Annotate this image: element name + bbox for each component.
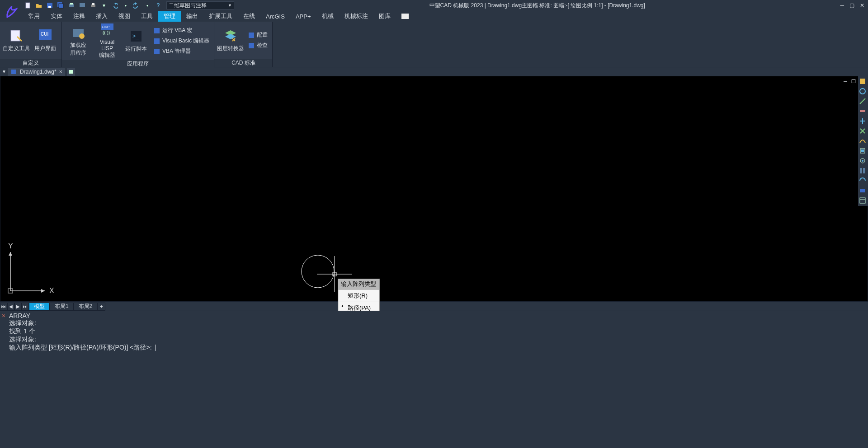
command-history-line: 选择对象: — [9, 319, 866, 327]
rt-icon-6[interactable] — [858, 126, 867, 135]
menu-机械标注[interactable]: 机械标注 — [339, 11, 373, 22]
rt-icon-7[interactable] — [858, 136, 867, 145]
menu-图库[interactable]: 图库 — [373, 11, 396, 22]
tab-prev-button[interactable]: ◀ — [7, 303, 14, 311]
layout-tab-布局1[interactable]: 布局1 — [50, 303, 74, 311]
new-icon[interactable] — [24, 2, 32, 9]
vp-minimize-button[interactable]: ─ — [842, 78, 849, 84]
rt-icon-3[interactable] — [858, 97, 867, 106]
menu-APP+[interactable]: APP+ — [290, 11, 316, 22]
menu-工具[interactable]: 工具 — [136, 11, 158, 22]
undo-dd-icon[interactable]: ▾ — [122, 2, 129, 9]
print-icon[interactable] — [90, 2, 97, 9]
menu-常用[interactable]: 常用 — [23, 11, 45, 22]
close-icon[interactable]: × — [59, 69, 62, 75]
menu-ArcGIS[interactable]: ArcGIS — [260, 11, 290, 22]
cmdarea-close-icon[interactable]: × — [2, 312, 5, 319]
rt-icon-13[interactable] — [858, 196, 867, 205]
circle-entity[interactable] — [302, 255, 334, 288]
configure-button[interactable]: 配置 — [246, 30, 269, 40]
menu-注释[interactable]: 注释 — [68, 11, 90, 22]
rt-icon-9[interactable] — [858, 156, 867, 165]
save-icon[interactable] — [46, 2, 53, 9]
layout-tab-布局2[interactable]: 布局2 — [74, 303, 98, 311]
menu-实体[interactable]: 实体 — [45, 11, 68, 22]
layer-translator-button[interactable]: 图层转换器 — [217, 28, 244, 52]
run-vba-macro-button[interactable]: 运行 VBA 宏 — [151, 26, 211, 35]
command-history-line: 选择对象: — [9, 336, 866, 344]
svg-rect-10 — [92, 3, 94, 5]
svg-rect-6 — [70, 3, 73, 5]
brush-icon[interactable]: ▾ — [100, 2, 108, 9]
load-app-button[interactable]: 加载应 用程序 — [65, 25, 92, 57]
redo-icon[interactable] — [133, 2, 140, 9]
load-app-button-label: 加载应 用程序 — [65, 42, 92, 57]
layout-tab-模型[interactable]: 模型 — [29, 303, 50, 311]
rt-icon-1[interactable] — [858, 77, 867, 86]
close-button[interactable]: ✕ — [860, 2, 864, 9]
help-icon[interactable]: ? — [155, 2, 162, 9]
quick-access-toolbar: ▾ ▾ ▾ ? — [24, 2, 162, 9]
check-button-icon — [248, 42, 255, 49]
rt-icon-10[interactable] — [858, 166, 867, 175]
minimize-button[interactable]: ─ — [840, 2, 844, 9]
workspace-dropdown[interactable]: 二维草图与注释 ▼ — [166, 1, 234, 9]
redo-dd-icon[interactable]: ▾ — [144, 2, 151, 9]
document-tab-label: Drawing1.dwg* — [20, 69, 57, 75]
layer-translator-button-icon — [223, 28, 238, 43]
add-layout-button[interactable]: + — [97, 303, 105, 311]
menu-视图[interactable]: 视图 — [113, 11, 136, 22]
tab-first-button[interactable]: ⏮ — [0, 303, 7, 311]
svg-rect-4 — [59, 4, 63, 8]
menu-机械[interactable]: 机械 — [316, 11, 339, 22]
run-script-button[interactable]: >_运行脚本 — [123, 29, 150, 53]
rt-icon-12[interactable] — [858, 186, 867, 195]
custom-tool-button-icon — [9, 28, 24, 43]
rt-icon-5[interactable] — [858, 117, 867, 126]
tab-list-dd[interactable]: ▼ — [2, 69, 6, 74]
ribbon: 自定义工具CUI用户界面自定义加载应 用程序LISP(( ))Visual LI… — [0, 22, 868, 67]
user-interface-button[interactable]: CUI用户界面 — [32, 28, 59, 52]
vb-editor-button-icon — [153, 37, 160, 45]
chevron-down-icon: ▼ — [228, 3, 232, 8]
command-history-line: 找到 1 个 — [9, 327, 866, 336]
menu-在线[interactable]: 在线 — [238, 11, 260, 22]
rt-icon-4[interactable] — [858, 107, 867, 116]
tab-next-button[interactable]: ▶ — [14, 303, 22, 311]
rt-icon-11[interactable] — [858, 176, 867, 185]
visual-lisp-button-label: Visual LISP 编辑器 — [94, 39, 121, 59]
vb-editor-button[interactable]: Visual Basic 编辑器 — [151, 36, 211, 46]
vba-manager-button[interactable]: VBA 管理器 — [151, 47, 211, 56]
check-button-label: 检查 — [257, 42, 268, 49]
app-logo[interactable] — [3, 3, 21, 21]
vba-manager-button-icon — [153, 48, 160, 55]
command-area[interactable]: × ARRAY选择对象:找到 1 个选择对象: 输入阵列类型 [矩形(R)/路径… — [0, 311, 868, 354]
rt-icon-2[interactable] — [858, 87, 867, 96]
rt-icon-8[interactable] — [858, 146, 867, 155]
svg-rect-28 — [69, 70, 73, 74]
menu-管理[interactable]: 管理 — [158, 11, 181, 22]
menu-输出[interactable]: 输出 — [181, 11, 203, 22]
tab-last-button[interactable]: ⏭ — [22, 303, 29, 311]
drawing-area[interactable]: ─ ❐ ✕ 输入阵列类型矩形(R)路径(PA)环形(PO) X Y — [0, 76, 868, 302]
plot-icon[interactable] — [68, 2, 75, 9]
visual-lisp-button[interactable]: LISP(( ))Visual LISP 编辑器 — [94, 23, 121, 59]
context-menu-item[interactable]: 矩形(R) — [339, 290, 379, 302]
menu-camera-icon[interactable] — [396, 11, 414, 22]
saveall-icon[interactable] — [57, 2, 64, 9]
custom-tool-button[interactable]: 自定义工具 — [3, 28, 30, 52]
menu-扩展工具[interactable]: 扩展工具 — [203, 11, 238, 22]
canvas[interactable] — [0, 76, 868, 301]
custom-tool-button-label: 自定义工具 — [3, 45, 30, 52]
undo-icon[interactable] — [111, 2, 118, 9]
menu-插入[interactable]: 插入 — [90, 11, 113, 22]
check-button[interactable]: 检查 — [246, 41, 269, 50]
document-tab[interactable]: Drawing1.dwg* × — [8, 68, 65, 76]
new-tab-button[interactable] — [67, 68, 75, 76]
vp-maximize-button[interactable]: ❐ — [850, 78, 857, 84]
preview-icon[interactable] — [79, 2, 86, 9]
open-icon[interactable] — [35, 2, 42, 9]
maximize-button[interactable]: ▢ — [849, 2, 854, 9]
svg-rect-25 — [249, 33, 254, 38]
title-bar: ▾ ▾ ▾ ? 二维草图与注释 ▼ 中望CAD 机械版 2023 | Drawi… — [0, 0, 868, 11]
